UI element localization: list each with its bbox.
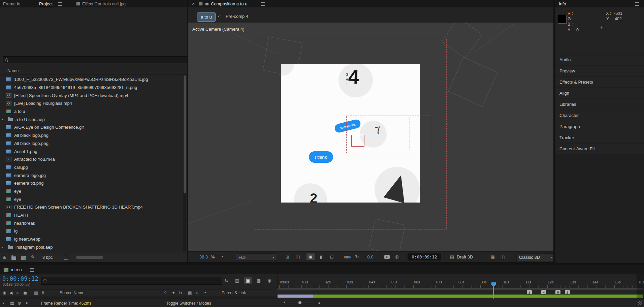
shy-column-icon[interactable]: ◊: [164, 290, 166, 295]
project-search-input[interactable]: [10, 57, 186, 63]
project-item[interactable]: AIGA Eye on Design Conference.gif: [0, 123, 183, 131]
draft-3d-icon[interactable]: ▥: [233, 277, 241, 284]
channel-blue-icon[interactable]: [348, 256, 351, 258]
renderer-dropdown[interactable]: Classic 3D▾: [516, 253, 553, 261]
layer-duration-bar-lavender[interactable]: [278, 295, 313, 298]
project-item[interactable]: ▸a to U sins.aep: [0, 115, 183, 123]
reset-exposure-icon[interactable]: ↻: [355, 254, 359, 259]
source-name-column[interactable]: Source Name: [60, 290, 84, 295]
adjustment-icon[interactable]: ✎: [31, 254, 35, 260]
fast-previews-icon[interactable]: ▤: [448, 253, 456, 260]
composition-viewer[interactable]: Active Camera (Camera 4) 4 GHI 7 sometim…: [188, 23, 553, 251]
panel-tab-audio[interactable]: Audio: [555, 55, 644, 65]
layer-marker[interactable]: 5: [555, 290, 560, 294]
project-item[interactable]: Attracted to You.m4a: [0, 155, 183, 163]
show-snapshot-icon[interactable]: ◎: [395, 254, 398, 259]
project-item[interactable]: ig: [0, 227, 183, 235]
shy-layers-icon[interactable]: ▣: [244, 277, 252, 284]
lock-icon[interactable]: [205, 3, 208, 5]
mask-visibility-icon[interactable]: ◫: [294, 253, 302, 260]
parent-link-column[interactable]: Parent & Link: [222, 290, 246, 295]
timeline-timecode[interactable]: 0:00:09:12: [2, 275, 38, 282]
numeral-2-layer[interactable]: 2: [310, 191, 317, 203]
project-flowchart-icon[interactable]: ⊞: [3, 254, 7, 260]
panel-menu-icon[interactable]: [261, 2, 265, 6]
new-composition-icon[interactable]: [21, 256, 26, 260]
panel-tab-align[interactable]: Align: [555, 88, 644, 98]
project-item[interactable]: ig heart.webp: [0, 235, 183, 243]
motion-blur-icon[interactable]: ◉: [265, 277, 273, 284]
panel-tab-character[interactable]: Character: [555, 110, 644, 121]
panel-tab-tracker[interactable]: Tracker: [555, 132, 644, 143]
color-depth-button[interactable]: 8 bpc: [42, 255, 53, 260]
panel-menu-icon[interactable]: [58, 2, 62, 6]
project-item[interactable]: eye: [0, 187, 183, 195]
toggle-icon-2[interactable]: ▦: [10, 301, 14, 306]
close-icon[interactable]: ×: [192, 1, 195, 6]
resize-grip-icon[interactable]: [638, 301, 642, 305]
gray-circle-shape[interactable]: [281, 64, 294, 75]
zoom-dropdown-icon[interactable]: ▾: [222, 254, 223, 258]
timeline-search[interactable]: [41, 277, 222, 285]
trash-icon[interactable]: [64, 256, 68, 260]
comp-mini-flowchart-icon[interactable]: ⇆: [222, 277, 230, 284]
zoom-in-mountain-icon[interactable]: ▲: [317, 301, 321, 305]
project-item[interactable]: earnera txt.png: [0, 179, 183, 187]
region-of-interest-icon[interactable]: ▣: [307, 253, 315, 260]
label-column-icon[interactable]: [34, 291, 38, 295]
speech-bubble-i-think[interactable]: i think: [309, 151, 333, 163]
project-item[interactable]: 456706835_861840995464919_85686807069356…: [0, 84, 183, 92]
tab-effect-controls[interactable]: Effect Controls call.jpg: [82, 1, 126, 6]
toggle-icon-4[interactable]: ✦: [25, 301, 29, 306]
audio-toggle-icon[interactable]: ◀: [9, 290, 12, 295]
project-item[interactable]: earnera logo.jpg: [0, 171, 183, 179]
project-item[interactable]: Asset 1.png: [0, 147, 183, 155]
transparency-grid-icon[interactable]: ◧: [318, 253, 326, 260]
layer-duration-bar-green[interactable]: [278, 295, 643, 298]
tab-composition[interactable]: Composition a to u: [211, 1, 247, 6]
numeral-4-layer[interactable]: 4: [348, 65, 360, 88]
project-item[interactable]: FREE HD Green Screen BROKEN SHATTERING 3…: [0, 203, 183, 211]
breadcrumb-parent[interactable]: Pre-comp 4: [226, 14, 248, 19]
column-header-row[interactable]: Name: [0, 67, 187, 74]
tab-project[interactable]: Project: [39, 1, 53, 7]
name-column-header[interactable]: Name: [0, 68, 19, 73]
grid-icon[interactable]: ▦: [489, 253, 497, 260]
work-area-band[interactable]: [279, 288, 642, 289]
tab-info[interactable]: Info: [559, 1, 566, 6]
snapshot-camera-icon[interactable]: [384, 255, 390, 259]
project-item[interactable]: ▸instagram post.aep: [0, 243, 183, 251]
project-item[interactable]: [Live] Loading Hourglass.mp4: [0, 99, 183, 108]
pixel-aspect-icon[interactable]: ⊟: [328, 253, 336, 260]
timeline-search-input[interactable]: [49, 278, 220, 284]
breadcrumb-current[interactable]: a to u: [197, 12, 216, 22]
timeline-zoom-thumb[interactable]: [298, 301, 301, 304]
motion-blur-column-icon[interactable]: ◐: [196, 290, 198, 295]
threed-column-icon[interactable]: ◓: [204, 290, 206, 295]
layer-marker[interactable]: 2: [565, 290, 570, 294]
project-item[interactable]: 1000_F_522303673_FWfvIupvXMePw5ORPzmSHSZ…: [0, 75, 183, 84]
timeline-zoom-track[interactable]: [289, 303, 315, 303]
panel-tab-preview[interactable]: Preview: [555, 66, 644, 76]
guides-icon[interactable]: ◫: [498, 253, 507, 260]
frame-blend-column-icon[interactable]: ▦: [188, 290, 192, 295]
vertical-letters-layer[interactable]: GHI: [345, 72, 349, 86]
project-item[interactable]: All black logo.png: [0, 140, 183, 148]
layer-number-column[interactable]: #: [42, 290, 44, 295]
layer-marker[interactable]: 4: [541, 290, 546, 294]
new-folder-icon[interactable]: [11, 256, 16, 260]
lock-toggle-icon[interactable]: [24, 292, 27, 295]
panel-menu-icon[interactable]: [30, 268, 34, 272]
project-item[interactable]: eye: [0, 195, 183, 203]
playhead-line[interactable]: [493, 286, 494, 299]
project-item[interactable]: call.jpg: [0, 163, 183, 172]
panel-tab-effects-presets[interactable]: Effects & Presets: [555, 77, 644, 87]
video-toggle-icon[interactable]: ◉: [3, 290, 6, 295]
frame-blending-icon[interactable]: ▩: [255, 277, 263, 284]
project-item[interactable]: All black logo.png: [0, 131, 183, 140]
zoom-out-mountain-icon[interactable]: ▲: [283, 301, 286, 304]
project-scrollbar[interactable]: [183, 75, 186, 251]
solo-toggle-icon[interactable]: ○: [16, 290, 19, 295]
scrollbar-thumb[interactable]: [184, 75, 186, 193]
toggle-switches-button[interactable]: Toggle Switches / Modes: [166, 301, 211, 306]
